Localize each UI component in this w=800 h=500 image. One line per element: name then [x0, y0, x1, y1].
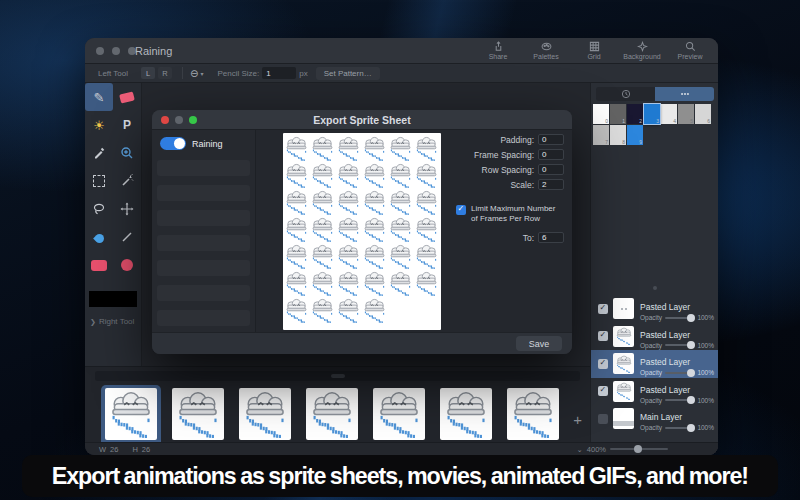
layer-visibility-checkbox[interactable] [598, 386, 608, 396]
tool-marquee[interactable] [85, 167, 113, 195]
tool-zoom[interactable] [113, 139, 141, 167]
brightness-icon: ☀ [93, 118, 105, 133]
color-swatch[interactable]: 0 [593, 104, 609, 124]
sheet-sprite [309, 135, 335, 162]
limit-frames-checkbox[interactable] [456, 205, 466, 215]
color-swatch[interactable]: 8 [610, 125, 626, 145]
status-bar: W 26 H 26 ⌄ 400% [85, 442, 718, 455]
layer-row-selected[interactable]: Pasted Layer Opacity100% [591, 350, 718, 378]
tool-wand[interactable] [113, 167, 141, 195]
tool-color-circle[interactable] [113, 251, 141, 279]
sheet-sprite [361, 243, 387, 270]
close-button[interactable] [96, 47, 104, 55]
layer-visibility-checkbox[interactable] [598, 414, 608, 424]
color-swatch[interactable]: 4 [661, 104, 677, 124]
scale-input[interactable]: 2 [538, 179, 564, 190]
tool-color-rect[interactable] [85, 251, 113, 279]
sheet-sprite [335, 270, 361, 297]
export-sprite-sheet-dialog: Export Sprite Sheet Raining [152, 110, 572, 354]
dialog-titlebar[interactable]: Export Sprite Sheet [152, 110, 572, 130]
timeline-frame[interactable]: 0.100 s [168, 385, 228, 450]
grid-button[interactable]: Grid [572, 39, 616, 60]
frame-thumbnail [440, 388, 492, 440]
layer-row[interactable]: Pasted Layer Opacity100% [591, 323, 718, 351]
tool-brightness[interactable]: ☀ [85, 111, 113, 139]
color-swatch[interactable]: 7 [593, 125, 609, 145]
tool-droplet[interactable] [85, 223, 113, 251]
sheet-sprite [413, 162, 439, 189]
color-swatch[interactable]: 6 [695, 104, 711, 124]
color-swatch[interactable]: 3 [644, 104, 660, 124]
current-color-swatch[interactable] [89, 291, 137, 307]
tool-eraser[interactable] [113, 83, 141, 111]
titlebar[interactable]: Raining Share Palettes Grid Background P… [85, 38, 718, 64]
left-mouse-toggle[interactable]: L [141, 67, 155, 79]
timeline-frame[interactable]: 0.100 s [369, 385, 429, 450]
opacity-slider[interactable] [665, 344, 694, 346]
preview-button[interactable]: Preview [668, 39, 712, 60]
row-spacing-input[interactable]: 0 [538, 164, 564, 175]
window-controls[interactable] [96, 47, 136, 55]
color-swatch[interactable]: 5 [678, 104, 694, 124]
frame-spacing-input[interactable]: 0 [538, 149, 564, 160]
sheet-sprite [361, 189, 387, 216]
timeline-frame[interactable]: 0.100 s [101, 385, 161, 450]
caption-banner: Export animations as sprite sheets, movi… [22, 455, 778, 497]
layer-visibility-checkbox[interactable] [598, 359, 608, 369]
zoom-slider[interactable] [610, 448, 668, 450]
color-swatch[interactable]: 1 [610, 104, 626, 124]
layer-visibility-checkbox[interactable] [598, 331, 608, 341]
add-frame-button[interactable]: + [573, 411, 582, 428]
chevron-down-icon: ⌄ [577, 445, 583, 454]
timeline-frame[interactable]: 0.100 s [235, 385, 295, 450]
pencil-size-input[interactable]: 1 [262, 67, 296, 79]
layer-row[interactable]: Main Layer Opacity100% [591, 405, 718, 433]
sheet-sprite [387, 135, 413, 162]
layer-thumbnail [613, 298, 634, 319]
tool-eyedropper[interactable] [85, 139, 113, 167]
color-swatch[interactable]: 2 [627, 104, 643, 124]
tool-lasso[interactable] [85, 195, 113, 223]
layer-visibility-checkbox[interactable] [598, 304, 608, 314]
save-button[interactable]: Save [516, 336, 562, 351]
layer-thumbnail [613, 408, 634, 429]
opacity-slider[interactable] [665, 427, 694, 429]
swatches-icon [680, 89, 690, 99]
pattern-icon: P [123, 118, 131, 132]
padding-input[interactable]: 0 [538, 134, 564, 145]
zoom-control[interactable]: ⌄ 400% [577, 445, 668, 454]
tool-palette: ✎ ☀ P ❯Right Tool [85, 83, 142, 383]
color-swatch[interactable]: 9 [627, 125, 643, 145]
timeline-frame[interactable]: 0.100 s [503, 385, 563, 450]
set-pattern-button[interactable]: Set Pattern… [316, 67, 380, 80]
grid-icon [589, 41, 600, 52]
tab-swatches[interactable] [655, 87, 714, 101]
dialog-title: Export Sprite Sheet [152, 114, 572, 126]
share-button[interactable]: Share [476, 39, 520, 60]
right-tool-disclosure[interactable]: ❯Right Tool [90, 317, 134, 326]
lasso-icon [92, 202, 106, 216]
to-input[interactable]: 6 [538, 232, 564, 243]
panel-resize-handle[interactable] [653, 286, 657, 290]
padding-label: Padding: [500, 135, 534, 145]
brush-shape-dropdown[interactable]: ⊖ ▾ [190, 68, 203, 79]
right-mouse-toggle[interactable]: R [158, 67, 172, 79]
tool-pattern[interactable]: P [113, 111, 141, 139]
minimize-button[interactable] [112, 47, 120, 55]
timeline-frame[interactable]: 0.100 s [302, 385, 362, 450]
timeline-scrubber[interactable] [95, 371, 580, 381]
layer-row[interactable]: Pasted Layer Opacity100% [591, 295, 718, 323]
background-button[interactable]: Background [620, 39, 664, 60]
palettes-button[interactable]: Palettes [524, 39, 568, 60]
opacity-slider[interactable] [665, 372, 694, 374]
timeline-frame[interactable]: 0.100 s [436, 385, 496, 450]
opacity-slider[interactable] [665, 317, 694, 319]
layer-toggle-switch[interactable] [160, 137, 186, 150]
tool-move[interactable] [113, 195, 141, 223]
layer-row[interactable]: Pasted Layer Opacity100% [591, 378, 718, 406]
tool-pencil[interactable]: ✎ [85, 83, 113, 111]
opacity-slider[interactable] [665, 399, 694, 401]
sheet-sprite [283, 216, 309, 243]
tab-history[interactable] [596, 87, 655, 101]
tool-line[interactable] [113, 223, 141, 251]
